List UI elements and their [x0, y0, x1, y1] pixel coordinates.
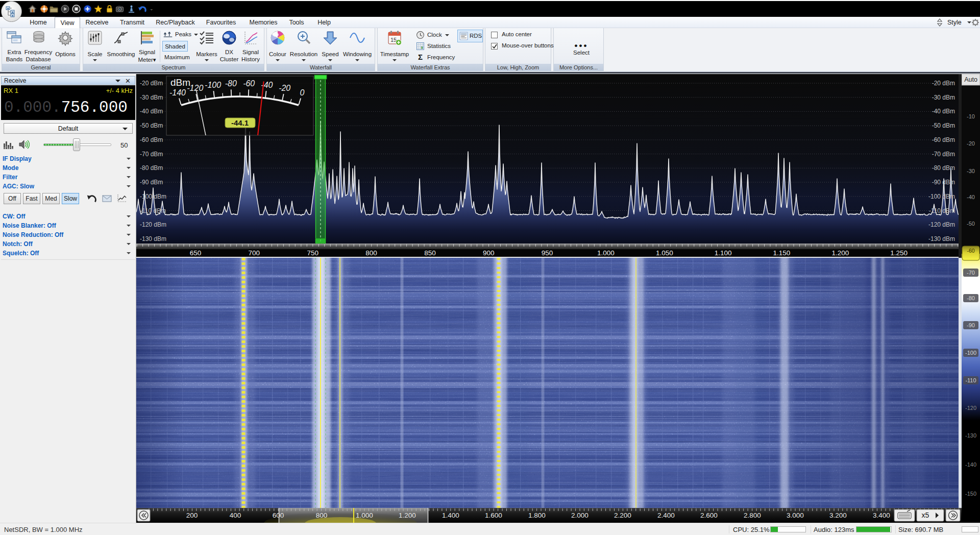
- svg-text:650: 650: [190, 249, 202, 257]
- svg-text:750: 750: [307, 249, 318, 257]
- svg-text:1.200: 1.200: [399, 512, 416, 519]
- svg-text:-44.1: -44.1: [231, 118, 249, 127]
- svg-text:1.800: 1.800: [528, 512, 546, 519]
- svg-text:800: 800: [316, 512, 328, 519]
- svg-text:700: 700: [249, 249, 260, 257]
- svg-text:-80: -80: [225, 79, 237, 88]
- svg-text:-90 dBm: -90 dBm: [932, 179, 955, 186]
- svg-text:200: 200: [186, 512, 198, 519]
- svg-text:-130 dBm: -130 dBm: [928, 235, 955, 242]
- svg-text:Auto: Auto: [964, 76, 977, 83]
- svg-text:-130: -130: [965, 432, 976, 439]
- svg-text:1.600: 1.600: [485, 512, 502, 519]
- svg-text:-100 dBm: -100 dBm: [140, 193, 166, 200]
- svg-text:-70 dBm: -70 dBm: [140, 151, 163, 158]
- svg-text:3.200: 3.200: [829, 512, 847, 519]
- svg-text:-90 dBm: -90 dBm: [140, 179, 163, 186]
- svg-text:x5: x5: [922, 511, 929, 519]
- svg-text:1.050: 1.050: [656, 249, 673, 257]
- svg-text:-30 dBm: -30 dBm: [932, 94, 955, 101]
- svg-text:-50 dBm: -50 dBm: [932, 122, 955, 129]
- svg-text:-30: -30: [967, 168, 975, 174]
- svg-text:-110 dBm: -110 dBm: [929, 207, 955, 214]
- svg-text:-80 dBm: -80 dBm: [932, 164, 955, 172]
- svg-text:3.400: 3.400: [873, 512, 890, 519]
- svg-text:2.800: 2.800: [744, 512, 761, 519]
- svg-text:-20: -20: [967, 140, 975, 147]
- svg-text:850: 850: [424, 249, 436, 257]
- svg-text:9: 9: [421, 46, 423, 50]
- svg-text:2.000: 2.000: [571, 512, 589, 519]
- svg-text:3.000: 3.000: [787, 512, 804, 519]
- svg-text:-50: -50: [967, 221, 975, 227]
- svg-text:-120: -120: [965, 405, 976, 411]
- svg-text:2.400: 2.400: [657, 512, 675, 519]
- svg-text:-120 dBm: -120 dBm: [140, 221, 166, 228]
- svg-text:-100: -100: [965, 350, 976, 356]
- svg-text:-40 dBm: -40 dBm: [140, 108, 163, 115]
- svg-text:-140: -140: [965, 461, 976, 468]
- svg-text:950: 950: [542, 249, 553, 257]
- svg-text:400: 400: [230, 512, 241, 519]
- svg-text:-20: -20: [279, 84, 290, 92]
- svg-text:-100 dBm: -100 dBm: [928, 193, 955, 200]
- svg-text:1.000: 1.000: [356, 512, 373, 519]
- svg-text:-110: -110: [965, 377, 976, 383]
- svg-text:-110 dBm: -110 dBm: [140, 207, 166, 214]
- svg-text:-20 dBm: -20 dBm: [140, 80, 163, 87]
- svg-text:-90: -90: [967, 322, 975, 328]
- svg-text:-130 dBm: -130 dBm: [140, 235, 166, 242]
- svg-text:-70: -70: [967, 270, 975, 276]
- svg-text:1.400: 1.400: [442, 512, 459, 519]
- svg-text:900: 900: [483, 249, 495, 257]
- svg-text:1.100: 1.100: [715, 249, 732, 257]
- svg-text:-10: -10: [967, 113, 975, 119]
- svg-text:600: 600: [273, 512, 284, 519]
- svg-text:-150: -150: [965, 491, 976, 497]
- svg-text:1.250: 1.250: [890, 249, 908, 257]
- svg-text:-40: -40: [967, 194, 975, 200]
- svg-text:1.000: 1.000: [597, 249, 615, 257]
- svg-text:-80: -80: [967, 295, 975, 301]
- svg-text:-60 dBm: -60 dBm: [140, 136, 163, 143]
- svg-text:1.200: 1.200: [831, 249, 849, 257]
- svg-text:-80 dBm: -80 dBm: [140, 164, 163, 172]
- svg-text:-60 dBm: -60 dBm: [932, 136, 955, 143]
- svg-text:0: 0: [300, 88, 305, 97]
- svg-text:-60: -60: [967, 248, 974, 254]
- svg-text:1.150: 1.150: [773, 249, 791, 257]
- svg-text:-30 dBm: -30 dBm: [140, 94, 163, 101]
- svg-text:-40 dBm: -40 dBm: [932, 108, 955, 115]
- svg-text:-60: -60: [243, 79, 255, 88]
- svg-text:-20 dBm: -20 dBm: [932, 80, 955, 87]
- svg-text:-100: -100: [205, 81, 221, 89]
- svg-text:-70 dBm: -70 dBm: [932, 151, 955, 158]
- svg-text:2.200: 2.200: [614, 512, 631, 519]
- svg-text:2.600: 2.600: [700, 512, 718, 519]
- svg-text:800: 800: [365, 249, 377, 257]
- svg-text:-140: -140: [169, 88, 186, 97]
- svg-text:-120 dBm: -120 dBm: [928, 221, 955, 228]
- svg-text:-50 dBm: -50 dBm: [140, 122, 163, 129]
- svg-text:dBm: dBm: [170, 77, 190, 88]
